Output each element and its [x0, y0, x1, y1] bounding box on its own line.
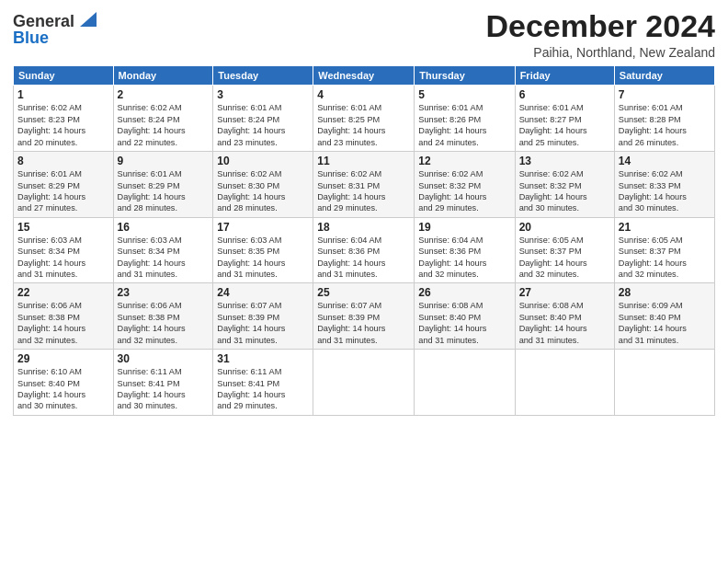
day-info: Sunrise: 6:03 AM Sunset: 8:35 PM Dayligh…	[217, 235, 309, 281]
col-tuesday: Tuesday	[213, 66, 313, 86]
day-info: Sunrise: 6:03 AM Sunset: 8:34 PM Dayligh…	[17, 235, 109, 281]
table-row: 24Sunrise: 6:07 AM Sunset: 8:39 PM Dayli…	[213, 283, 313, 350]
day-info: Sunrise: 6:07 AM Sunset: 8:39 PM Dayligh…	[317, 300, 410, 346]
header: General Blue December 2024 Paihia, North…	[13, 9, 715, 60]
table-row: 12Sunrise: 6:02 AM Sunset: 8:32 PM Dayli…	[415, 152, 515, 218]
col-sunday: Sunday	[14, 66, 114, 86]
location: Paihia, Northland, New Zealand	[485, 45, 715, 60]
table-row: 11Sunrise: 6:02 AM Sunset: 8:31 PM Dayli…	[313, 152, 415, 218]
logo-blue-text: Blue	[13, 29, 49, 46]
title-block: December 2024 Paihia, Northland, New Zea…	[485, 9, 715, 60]
day-info: Sunrise: 6:11 AM Sunset: 8:41 PM Dayligh…	[217, 366, 309, 412]
table-row: 10Sunrise: 6:02 AM Sunset: 8:30 PM Dayli…	[213, 152, 313, 218]
day-number: 25	[317, 286, 410, 299]
table-row: 2Sunrise: 6:02 AM Sunset: 8:24 PM Daylig…	[113, 86, 213, 152]
table-row: 8Sunrise: 6:01 AM Sunset: 8:29 PM Daylig…	[14, 152, 114, 218]
day-info: Sunrise: 6:05 AM Sunset: 8:37 PM Dayligh…	[619, 235, 711, 281]
day-number: 2	[118, 88, 210, 101]
svg-marker-0	[80, 12, 97, 27]
col-monday: Monday	[113, 66, 213, 86]
day-number: 22	[17, 286, 109, 299]
table-row: 15Sunrise: 6:03 AM Sunset: 8:34 PM Dayli…	[14, 217, 114, 283]
day-info: Sunrise: 6:01 AM Sunset: 8:27 PM Dayligh…	[519, 102, 610, 148]
calendar-table: Sunday Monday Tuesday Wednesday Thursday…	[13, 65, 715, 415]
calendar-week-1: 1Sunrise: 6:02 AM Sunset: 8:23 PM Daylig…	[14, 86, 715, 152]
day-info: Sunrise: 6:09 AM Sunset: 8:40 PM Dayligh…	[619, 300, 711, 346]
day-info: Sunrise: 6:06 AM Sunset: 8:38 PM Dayligh…	[17, 300, 109, 346]
table-row	[313, 350, 415, 416]
day-number: 24	[217, 286, 309, 299]
table-row: 14Sunrise: 6:02 AM Sunset: 8:33 PM Dayli…	[614, 152, 714, 218]
table-row: 3Sunrise: 6:01 AM Sunset: 8:24 PM Daylig…	[213, 86, 313, 152]
day-number: 16	[118, 221, 210, 234]
day-number: 18	[317, 221, 410, 234]
day-number: 11	[317, 155, 410, 167]
table-row: 28Sunrise: 6:09 AM Sunset: 8:40 PM Dayli…	[614, 283, 714, 350]
day-number: 7	[619, 88, 711, 101]
col-friday: Friday	[515, 66, 614, 86]
day-info: Sunrise: 6:02 AM Sunset: 8:31 PM Dayligh…	[317, 168, 410, 214]
day-info: Sunrise: 6:01 AM Sunset: 8:26 PM Dayligh…	[418, 102, 510, 148]
day-info: Sunrise: 6:01 AM Sunset: 8:29 PM Dayligh…	[17, 168, 109, 214]
table-row: 31Sunrise: 6:11 AM Sunset: 8:41 PM Dayli…	[213, 350, 313, 416]
day-info: Sunrise: 6:04 AM Sunset: 8:36 PM Dayligh…	[317, 235, 410, 281]
table-row: 29Sunrise: 6:10 AM Sunset: 8:40 PM Dayli…	[14, 350, 114, 416]
page-container: General Blue December 2024 Paihia, North…	[0, 0, 728, 423]
day-number: 20	[519, 221, 610, 234]
day-info: Sunrise: 6:06 AM Sunset: 8:38 PM Dayligh…	[118, 300, 210, 346]
calendar-header-row: Sunday Monday Tuesday Wednesday Thursday…	[14, 66, 715, 86]
day-info: Sunrise: 6:05 AM Sunset: 8:37 PM Dayligh…	[519, 235, 610, 281]
table-row: 30Sunrise: 6:11 AM Sunset: 8:41 PM Dayli…	[113, 350, 213, 416]
day-info: Sunrise: 6:04 AM Sunset: 8:36 PM Dayligh…	[418, 235, 510, 281]
day-info: Sunrise: 6:02 AM Sunset: 8:30 PM Dayligh…	[217, 168, 309, 214]
day-info: Sunrise: 6:01 AM Sunset: 8:25 PM Dayligh…	[317, 102, 410, 148]
day-number: 8	[17, 155, 109, 167]
day-number: 30	[118, 352, 210, 365]
logo: General Blue	[13, 13, 97, 46]
day-info: Sunrise: 6:02 AM Sunset: 8:32 PM Dayligh…	[519, 168, 610, 214]
day-number: 28	[619, 286, 711, 299]
logo-general-text: General	[13, 13, 74, 29]
day-info: Sunrise: 6:08 AM Sunset: 8:40 PM Dayligh…	[519, 300, 610, 346]
table-row: 5Sunrise: 6:01 AM Sunset: 8:26 PM Daylig…	[415, 86, 515, 152]
day-number: 9	[118, 155, 210, 167]
table-row: 23Sunrise: 6:06 AM Sunset: 8:38 PM Dayli…	[113, 283, 213, 350]
col-thursday: Thursday	[415, 66, 515, 86]
day-number: 3	[217, 88, 309, 101]
col-saturday: Saturday	[614, 66, 714, 86]
table-row: 16Sunrise: 6:03 AM Sunset: 8:34 PM Dayli…	[113, 217, 213, 283]
col-wednesday: Wednesday	[313, 66, 415, 86]
day-info: Sunrise: 6:02 AM Sunset: 8:24 PM Dayligh…	[118, 102, 210, 148]
table-row: 1Sunrise: 6:02 AM Sunset: 8:23 PM Daylig…	[14, 86, 114, 152]
day-info: Sunrise: 6:03 AM Sunset: 8:34 PM Dayligh…	[118, 235, 210, 281]
table-row: 22Sunrise: 6:06 AM Sunset: 8:38 PM Dayli…	[14, 283, 114, 350]
logo-icon	[76, 12, 97, 29]
day-number: 21	[619, 221, 711, 234]
day-info: Sunrise: 6:01 AM Sunset: 8:29 PM Dayligh…	[118, 168, 210, 214]
day-number: 4	[317, 88, 410, 101]
table-row: 6Sunrise: 6:01 AM Sunset: 8:27 PM Daylig…	[515, 86, 614, 152]
table-row: 13Sunrise: 6:02 AM Sunset: 8:32 PM Dayli…	[515, 152, 614, 218]
day-number: 15	[17, 221, 109, 234]
table-row: 26Sunrise: 6:08 AM Sunset: 8:40 PM Dayli…	[415, 283, 515, 350]
day-info: Sunrise: 6:02 AM Sunset: 8:23 PM Dayligh…	[17, 102, 109, 148]
day-number: 19	[418, 221, 510, 234]
calendar-week-2: 8Sunrise: 6:01 AM Sunset: 8:29 PM Daylig…	[14, 152, 715, 218]
calendar-week-3: 15Sunrise: 6:03 AM Sunset: 8:34 PM Dayli…	[14, 217, 715, 283]
table-row: 19Sunrise: 6:04 AM Sunset: 8:36 PM Dayli…	[415, 217, 515, 283]
day-info: Sunrise: 6:11 AM Sunset: 8:41 PM Dayligh…	[118, 366, 210, 412]
day-number: 10	[217, 155, 309, 167]
table-row: 27Sunrise: 6:08 AM Sunset: 8:40 PM Dayli…	[515, 283, 614, 350]
day-number: 26	[418, 286, 510, 299]
table-row: 20Sunrise: 6:05 AM Sunset: 8:37 PM Dayli…	[515, 217, 614, 283]
day-info: Sunrise: 6:02 AM Sunset: 8:33 PM Dayligh…	[619, 168, 711, 214]
day-info: Sunrise: 6:02 AM Sunset: 8:32 PM Dayligh…	[418, 168, 510, 214]
table-row: 21Sunrise: 6:05 AM Sunset: 8:37 PM Dayli…	[614, 217, 714, 283]
month-title: December 2024	[485, 9, 715, 43]
table-row: 25Sunrise: 6:07 AM Sunset: 8:39 PM Dayli…	[313, 283, 415, 350]
day-info: Sunrise: 6:08 AM Sunset: 8:40 PM Dayligh…	[418, 300, 510, 346]
table-row: 18Sunrise: 6:04 AM Sunset: 8:36 PM Dayli…	[313, 217, 415, 283]
day-number: 13	[519, 155, 610, 167]
table-row: 17Sunrise: 6:03 AM Sunset: 8:35 PM Dayli…	[213, 217, 313, 283]
day-number: 1	[17, 88, 109, 101]
